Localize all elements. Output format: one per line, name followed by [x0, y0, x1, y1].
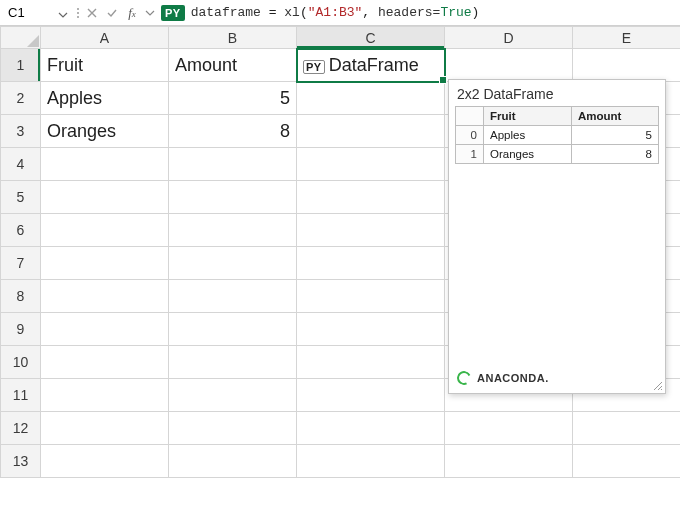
row-header-9[interactable]: 9	[1, 313, 41, 346]
code-paren: )	[472, 5, 480, 20]
row-header-8[interactable]: 8	[1, 280, 41, 313]
cell-C1[interactable]: PYDataFrame	[297, 49, 445, 82]
row-header-4[interactable]: 4	[1, 148, 41, 181]
row-header-12[interactable]: 12	[1, 412, 41, 445]
name-box-input[interactable]	[6, 3, 70, 22]
cell-E12[interactable]	[573, 412, 681, 445]
cell-B4[interactable]	[169, 148, 297, 181]
dataframe-preview-card: 2x2 DataFrame Fruit Amount 0 Apples 5 1 …	[448, 79, 666, 394]
cell-C4[interactable]	[297, 148, 445, 181]
cell-A7[interactable]	[41, 247, 169, 280]
formula-bar: fx PY dataframe = xl("A1:B3", headers=Tr…	[0, 0, 680, 26]
enter-icon[interactable]	[105, 6, 119, 20]
cell-C13[interactable]	[297, 445, 445, 478]
cell-D12[interactable]	[445, 412, 573, 445]
chevron-down-icon[interactable]	[145, 6, 155, 20]
cell-C11[interactable]	[297, 379, 445, 412]
cell-B13[interactable]	[169, 445, 297, 478]
cell-B3[interactable]: 8	[169, 115, 297, 148]
row-header-7[interactable]: 7	[1, 247, 41, 280]
cell-B8[interactable]	[169, 280, 297, 313]
code-eq: =	[261, 5, 284, 20]
row-header-1[interactable]: 1	[1, 49, 41, 82]
cell-C10[interactable]	[297, 346, 445, 379]
cell-E1[interactable]	[573, 49, 681, 82]
svg-point-2	[77, 16, 79, 18]
preview-row: 1 Oranges 8	[456, 145, 659, 164]
preview-amount: 8	[572, 145, 659, 164]
cell-A1[interactable]: Fruit	[41, 49, 169, 82]
cell-A13[interactable]	[41, 445, 169, 478]
preview-title: 2x2 DataFrame	[455, 86, 659, 106]
resize-handle-icon[interactable]	[651, 379, 663, 391]
cell-C3[interactable]	[297, 115, 445, 148]
cancel-icon[interactable]	[85, 6, 99, 20]
select-all-corner[interactable]	[1, 27, 41, 49]
code-paren: (	[300, 5, 308, 20]
cell-C1-value: DataFrame	[329, 55, 419, 75]
cell-D1[interactable]	[445, 49, 573, 82]
cell-A5[interactable]	[41, 181, 169, 214]
cell-A11[interactable]	[41, 379, 169, 412]
formula-bar-actions: fx	[85, 6, 155, 20]
cell-B5[interactable]	[169, 181, 297, 214]
row-header-13[interactable]: 13	[1, 445, 41, 478]
code-variable: dataframe	[191, 5, 261, 20]
cell-E13[interactable]	[573, 445, 681, 478]
code-bool: True	[440, 5, 471, 20]
col-header-C[interactable]: C	[297, 27, 445, 49]
cell-C2[interactable]	[297, 82, 445, 115]
formula-editor[interactable]: dataframe = xl("A1:B3", headers=True)	[191, 5, 480, 20]
col-header-E[interactable]: E	[573, 27, 681, 49]
cell-B12[interactable]	[169, 412, 297, 445]
preview-table: Fruit Amount 0 Apples 5 1 Oranges 8	[455, 106, 659, 164]
col-header-A[interactable]: A	[41, 27, 169, 49]
preview-footer: ANACONDA.	[457, 371, 549, 385]
cell-B10[interactable]	[169, 346, 297, 379]
cell-B2[interactable]: 5	[169, 82, 297, 115]
cell-C5[interactable]	[297, 181, 445, 214]
svg-point-0	[77, 8, 79, 10]
cell-A10[interactable]	[41, 346, 169, 379]
cell-C12[interactable]	[297, 412, 445, 445]
cell-C9[interactable]	[297, 313, 445, 346]
name-box[interactable]	[6, 3, 70, 22]
cell-B11[interactable]	[169, 379, 297, 412]
cell-A8[interactable]	[41, 280, 169, 313]
cell-A2[interactable]: Apples	[41, 82, 169, 115]
cell-B9[interactable]	[169, 313, 297, 346]
row-header-3[interactable]: 3	[1, 115, 41, 148]
insert-function-icon[interactable]: fx	[125, 6, 139, 20]
cell-B7[interactable]	[169, 247, 297, 280]
row-header-2[interactable]: 2	[1, 82, 41, 115]
preview-row: 0 Apples 5	[456, 126, 659, 145]
col-header-D[interactable]: D	[445, 27, 573, 49]
python-badge: PY	[161, 5, 185, 21]
row-header-5[interactable]: 5	[1, 181, 41, 214]
cell-A9[interactable]	[41, 313, 169, 346]
cell-B6[interactable]	[169, 214, 297, 247]
cell-A3[interactable]: Oranges	[41, 115, 169, 148]
cell-A6[interactable]	[41, 214, 169, 247]
separator-icon	[76, 5, 79, 21]
row-header-11[interactable]: 11	[1, 379, 41, 412]
code-fn: xl	[284, 5, 300, 20]
svg-point-1	[77, 12, 79, 14]
code-comma: ,	[362, 5, 378, 20]
cell-A4[interactable]	[41, 148, 169, 181]
cell-B1[interactable]: Amount	[169, 49, 297, 82]
col-header-B[interactable]: B	[169, 27, 297, 49]
preview-amount: 5	[572, 126, 659, 145]
cell-C7[interactable]	[297, 247, 445, 280]
spreadsheet-grid[interactable]: A B C D E 1 Fruit Amount PYDataFrame 2 A…	[0, 26, 680, 478]
cell-C8[interactable]	[297, 280, 445, 313]
anaconda-icon	[455, 369, 473, 387]
row-header-6[interactable]: 6	[1, 214, 41, 247]
preview-fruit: Oranges	[484, 145, 572, 164]
cell-D13[interactable]	[445, 445, 573, 478]
code-param: headers=	[378, 5, 440, 20]
row-header-10[interactable]: 10	[1, 346, 41, 379]
cell-A12[interactable]	[41, 412, 169, 445]
preview-idx: 0	[456, 126, 484, 145]
cell-C6[interactable]	[297, 214, 445, 247]
